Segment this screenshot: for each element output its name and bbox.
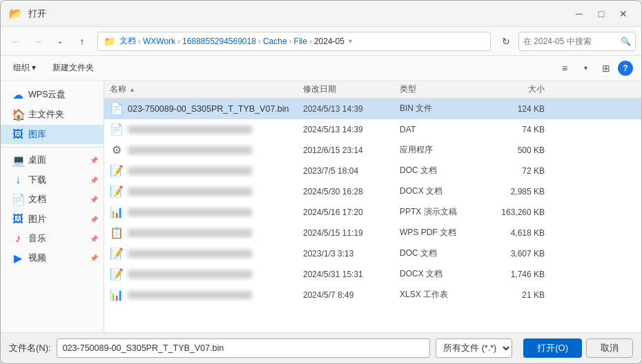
file-name-cell: 📝 [110, 164, 303, 177]
file-date-cell: 2023/1/3 3:13 [303, 249, 400, 259]
home-icon: 🏠 [12, 108, 24, 121]
file-name-blurred [128, 188, 252, 196]
file-type-cell: BIN 文件 [400, 103, 483, 114]
forward-button[interactable]: → [28, 32, 48, 51]
file-name-blurred [128, 270, 252, 279]
file-date-cell: 2024/5/13 14:39 [303, 125, 400, 134]
organize-button[interactable]: 组织 ▾ [9, 59, 40, 77]
file-type-cell: DOC 文档 [400, 247, 483, 259]
file-size-cell: 74 KB [483, 125, 545, 134]
search-input[interactable] [523, 37, 618, 46]
file-type-cell: 应用程序 [400, 144, 483, 156]
music-pin-icon: 📌 [90, 235, 98, 243]
file-date-cell: 2024/5/31 15:31 [303, 270, 400, 279]
sidebar-item-documents[interactable]: 📄 文档 📌 [1, 190, 104, 210]
sidebar-item-gallery[interactable]: 🖼 图库 [1, 125, 104, 144]
cloud-icon: ☁ [12, 88, 24, 101]
table-row[interactable]: 📊 2024/5/16 17:20 PPTX 演示文稿 163,260 KB [104, 202, 641, 223]
view-dropdown-button[interactable]: ▾ [576, 59, 594, 77]
table-row[interactable]: 📝 2023/1/3 3:13 DOC 文档 3,607 KB [104, 243, 641, 264]
minimize-button[interactable]: ─ [570, 4, 589, 23]
help-button[interactable]: ? [618, 61, 633, 76]
sidebar-item-main-folder[interactable]: 🏠 主文件夹 [1, 105, 104, 125]
header-name[interactable]: 名称 ▲ [110, 83, 303, 95]
table-row[interactable]: 📄 2024/5/13 14:39 DAT 74 KB [104, 119, 641, 140]
file-icon: 📊 [110, 288, 124, 301]
sidebar-label-documents: 文档 [28, 194, 86, 205]
table-row[interactable]: 📝 2024/5/31 15:31 DOCX 文档 1,746 KB [104, 264, 641, 285]
open-button[interactable]: 打开(O) [523, 338, 582, 358]
breadcrumb-item-5[interactable]: File [294, 37, 307, 46]
cancel-button[interactable]: 取消 [586, 338, 633, 358]
sidebar: ☁ WPS云盘 🏠 主文件夹 🖼 图库 💻 桌面 📌 [1, 81, 104, 332]
file-name-cell: ⚙ [110, 143, 303, 156]
table-row[interactable]: 📊 2024/5/7 8:49 XLSX 工作表 21 KB [104, 285, 641, 305]
breadcrumb-chevron-icon: ▾ [349, 37, 352, 45]
table-row[interactable]: ⚙ 2012/6/15 23:14 应用程序 500 KB [104, 140, 641, 161]
sidebar-label-music: 音乐 [28, 233, 86, 245]
window-icon: 📂 [9, 7, 23, 20]
dropdown-button[interactable]: ⌄ [50, 32, 70, 51]
breadcrumb-item-2[interactable]: WXWork [143, 37, 175, 46]
table-row[interactable]: 📄 023-750089-00_S305PR_T_TYB_V07.bin 202… [104, 99, 641, 119]
sidebar-section-quickaccess: 💻 桌面 📌 ↓ 下载 📌 📄 文档 📌 🖼 图片 📌 [1, 150, 104, 268]
filetype-select[interactable]: 所有文件 (*.*) [436, 338, 512, 358]
search-bar: 🔍 [518, 32, 636, 51]
file-list-header: 名称 ▲ 修改日期 类型 大小 [104, 81, 641, 99]
up-button[interactable]: ↑ [72, 32, 92, 51]
file-icon: 📄 [110, 123, 124, 136]
breadcrumb-folder-icon: 📁 [104, 36, 115, 47]
file-icon: 📝 [110, 267, 124, 281]
file-type-cell: WPS PDF 文档 [400, 227, 483, 239]
file-date-cell: 2023/7/5 18:04 [303, 166, 400, 176]
file-size-cell: 2,985 KB [483, 187, 545, 196]
desktop-icon: 💻 [12, 154, 24, 167]
back-button[interactable]: ← [6, 32, 26, 51]
sort-arrow-icon: ▲ [129, 86, 135, 93]
sidebar-item-music[interactable]: ♪ 音乐 📌 [1, 229, 104, 248]
maximize-button[interactable]: □ [592, 4, 611, 23]
header-type[interactable]: 类型 [400, 83, 483, 95]
new-folder-button[interactable]: 新建文件夹 [48, 59, 98, 77]
view-list-button[interactable]: ≡ [556, 59, 574, 77]
title-bar: 📂 打开 ─ □ ✕ [1, 1, 641, 27]
desktop-pin-icon: 📌 [90, 156, 98, 164]
documents-icon: 📄 [12, 193, 24, 206]
file-icon: 📝 [110, 185, 124, 198]
table-row[interactable]: 📋 2024/5/15 11:19 WPS PDF 文档 4,618 KB [104, 223, 641, 243]
file-date-cell: 2024/5/30 16:28 [303, 187, 400, 196]
sidebar-item-desktop[interactable]: 💻 桌面 📌 [1, 150, 104, 170]
navigation-toolbar: ← → ⌄ ↑ 📁 文档 › WXWork › 1688855294569018… [1, 27, 641, 56]
breadcrumb-item-3[interactable]: 1688855294569018 [182, 37, 256, 46]
file-type-cell: XLSX 工作表 [400, 289, 483, 301]
close-button[interactable]: ✕ [614, 4, 633, 23]
header-size[interactable]: 大小 [483, 83, 545, 95]
file-name-cell: 📝 [110, 267, 303, 281]
file-icon: 📝 [110, 164, 124, 177]
file-size-cell: 500 KB [483, 145, 545, 155]
file-date-cell: 2024/5/7 8:49 [303, 290, 400, 300]
breadcrumb-item-1[interactable]: 文档 [119, 35, 136, 47]
sidebar-item-pictures[interactable]: 🖼 图片 📌 [1, 210, 104, 229]
refresh-button[interactable]: ↻ [496, 32, 516, 51]
file-size-cell: 4,618 KB [483, 228, 545, 238]
view-details-button[interactable]: ⊞ [597, 59, 615, 77]
file-name-cell: 📊 [110, 205, 303, 219]
file-type-cell: DAT [400, 125, 483, 134]
file-type-cell: PPTX 演示文稿 [400, 206, 483, 218]
file-date-cell: 2024/5/16 17:20 [303, 208, 400, 217]
sidebar-label-wps-cloud: WPS云盘 [28, 89, 98, 101]
table-row[interactable]: 📝 2023/7/5 18:04 DOC 文档 72 KB [104, 161, 641, 181]
sidebar-item-videos[interactable]: ▶ 视频 📌 [1, 248, 104, 268]
breadcrumb-bar: 📁 文档 › WXWork › 1688855294569018 › Cache… [97, 32, 491, 51]
sidebar-item-downloads[interactable]: ↓ 下载 📌 [1, 170, 104, 190]
filename-input[interactable] [57, 338, 431, 358]
header-date[interactable]: 修改日期 [303, 83, 400, 95]
sidebar-item-wps-cloud[interactable]: ☁ WPS云盘 [1, 85, 104, 105]
file-name-cell: 📄 023-750089-00_S305PR_T_TYB_V07.bin [110, 102, 303, 115]
table-row[interactable]: 📝 2024/5/30 16:28 DOCX 文档 2,985 KB [104, 181, 641, 202]
sidebar-label-gallery: 图库 [28, 129, 98, 141]
breadcrumb-item-4[interactable]: Cache [263, 37, 287, 46]
filename-label: 文件名(N): [9, 342, 51, 354]
window-title: 打开 [28, 8, 46, 20]
